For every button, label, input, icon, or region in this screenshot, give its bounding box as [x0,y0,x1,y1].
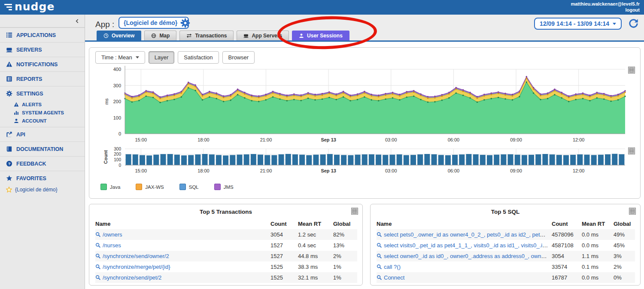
sidebar-item-documentation[interactable]: DOCUMENTATION [0,141,85,156]
svg-text:400: 400 [113,67,121,72]
transaction-link[interactable]: /owners [95,231,122,238]
svg-text:09:00: 09:00 [510,168,522,173]
sql-link[interactable]: select visits0_.pet_id as pet4_1_1_, vis… [377,242,552,249]
magnifier-icon [95,253,101,259]
layer-button[interactable]: Layer [149,51,175,64]
sidebar-item-servers[interactable]: SERVERS [0,42,85,57]
legend-item-jaxws[interactable]: JAX-WS [136,184,164,190]
satisfaction-button[interactable]: Satisfaction [178,51,219,64]
sidebar-item-feedback[interactable]: FEEDBACK [0,156,85,171]
table-row: select pets0_.owner_id as owner4_0_2_, p… [377,229,635,240]
sidebar-item-alerts[interactable]: ALERTS [0,101,85,109]
sidebar-item-label: DOCUMENTATION [16,146,63,152]
sidebar-item-favorite-app[interactable]: {Logiciel de démo} [0,185,85,194]
table-row: /synchronize/merge/pet/{id} 1525 38.3 ms… [95,261,357,272]
date-range-picker[interactable]: 12/09 14:14 - 13/09 14:14 [534,18,622,30]
sidebar: APPLICATIONS SERVERS NOTIFICATIONS REPOR… [0,15,85,289]
column-header: Name [377,218,552,229]
throughput-bar-chart[interactable]: 15:0018:0021:00Sep 1303:0006:0009:0012:0… [89,146,640,179]
sidebar-item-reports[interactable]: REPORTS [0,71,85,86]
sidebar-item-settings[interactable]: SETTINGS [0,86,85,101]
browser-button[interactable]: Browser [222,51,255,64]
transactions-table: Name Count Mean RT Global /owners 3054 1… [95,218,357,283]
tab-map[interactable]: Map [144,31,176,40]
transaction-link[interactable]: /synchronize/send/owner/2 [95,253,169,259]
logout-link[interactable]: logout [571,7,640,13]
show-table-icon[interactable] [628,148,635,154]
sql-link[interactable]: select owner0_.id as id0_, owner0_.addre… [377,253,552,259]
gear-icon [6,90,12,97]
magnifier-icon [377,253,382,259]
list-icon [6,32,12,38]
tab-app-servers[interactable]: App Servers [237,31,289,40]
svg-text:21:00: 21:00 [260,137,272,142]
panel-title: Top 5 Transactions [89,204,362,215]
collapse-sidebar-icon[interactable] [75,18,80,24]
tab-transactions[interactable]: Transactions [179,31,234,40]
sidebar-item-label: FEEDBACK [16,161,46,167]
response-time-area-chart[interactable]: 15:0018:0021:00Sep 1303:0006:0009:0012:0… [89,64,640,146]
svg-text:0: 0 [118,163,121,168]
sidebar-item-notifications[interactable]: NOTIFICATIONS [0,57,85,71]
legend-item-sql[interactable]: SQL [179,184,199,190]
table-row: select owner0_.id as id0_, owner0_.addre… [377,251,635,261]
sidebar-item-label: ALERTS [22,102,42,107]
tab-bar: Overview Map Transactions App Servers Us… [97,31,349,40]
magnifier-icon [377,232,382,237]
sql-table: Name Count Mean RT Global select pets0_.… [377,218,635,283]
user-icon [299,33,304,38]
nudge-logo: nudge [4,1,55,13]
table-row: /synchronize/send/pet/2 1525 32.1 ms 1% [95,272,357,283]
warning-icon [14,102,19,107]
svg-text:100: 100 [114,157,121,162]
sidebar-item-label: REPORTS [16,76,42,82]
svg-text:Sep 13: Sep 13 [321,168,336,173]
app-selector-value: {Logiciel de démo} [124,19,177,26]
account-email: matthieu.walckenaer@level5.fr [571,1,640,7]
sidebar-item-account[interactable]: ACCOUNT [0,117,85,127]
show-table-icon[interactable] [629,208,636,215]
sidebar-item-api[interactable]: API [0,127,85,141]
book-icon [6,146,12,152]
svg-text:18:00: 18:00 [197,137,210,142]
sidebar-item-label: API [16,132,25,138]
app-selector-dropdown[interactable]: {Logiciel de démo} [118,17,189,29]
chevron-down-icon [136,56,139,58]
tab-user-sessions[interactable]: User Sessions [292,31,349,40]
panel-title: Top 5 SQL [371,204,640,215]
app-settings-gear-icon[interactable] [180,18,190,28]
sql-link[interactable]: call ?() [377,264,401,270]
transaction-link[interactable]: /nurses [95,242,121,249]
top5-transactions-panel: Top 5 Transactions Name Count Mean RT Gl… [89,204,363,286]
sidebar-item-label: NOTIFICATIONS [16,61,58,68]
legend-item-java[interactable]: Java [100,184,120,190]
sidebar-item-applications[interactable]: APPLICATIONS [0,28,85,42]
server-icon [243,33,249,38]
logo-speed-lines-icon [4,4,12,10]
magnifier-icon [377,275,382,280]
sidebar-item-system-agents[interactable]: SYSTEM AGENTS [0,109,85,117]
table-row: call ?() 33574 0.1 ms 2% [377,261,635,272]
svg-text:300: 300 [114,147,121,151]
tab-overview[interactable]: Overview [97,31,141,40]
magnifier-icon [95,264,101,270]
sidebar-item-favorites[interactable]: FAVORITES [0,171,85,185]
jms-swatch [214,184,221,190]
transaction-link[interactable]: /synchronize/send/pet/2 [95,274,161,281]
column-header: Count [270,218,298,229]
show-table-icon[interactable] [351,208,358,215]
java-swatch [100,184,107,190]
header-strip: App : {Logiciel de démo} 12/09 14:14 - 1… [85,15,644,42]
time-mode-dropdown[interactable]: Time : Mean [95,51,145,64]
table-row: Connect 16787 0.0 ms 0% [377,272,635,283]
table-row: /nurses 1527 0.4 sec 13% [95,240,357,251]
transaction-link[interactable]: /synchronize/merge/pet/{id} [95,264,170,270]
svg-text:200: 200 [113,99,121,104]
table-row: select visits0_.pet_id as pet4_1_1_, vis… [377,240,635,251]
show-table-icon[interactable] [628,67,635,74]
sql-link[interactable]: Connect [377,274,404,281]
legend-item-jms[interactable]: JMS [214,184,234,190]
sidebar-item-label: SERVERS [16,47,42,53]
refresh-icon[interactable] [628,18,639,29]
sql-link[interactable]: select pets0_.owner_id as owner4_0_2_, p… [377,231,552,238]
